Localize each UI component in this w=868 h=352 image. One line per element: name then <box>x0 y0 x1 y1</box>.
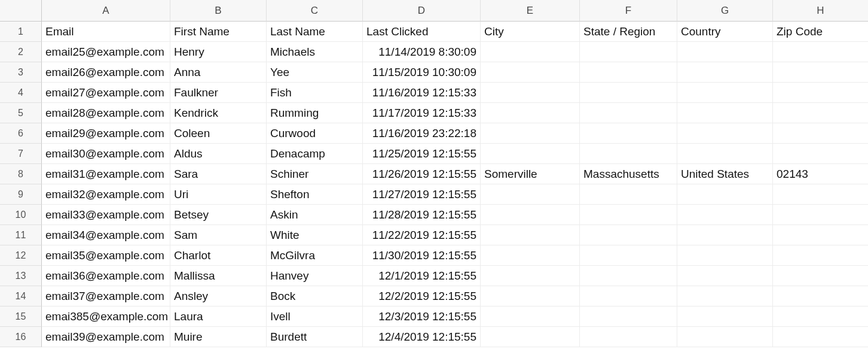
cell-C3[interactable]: Yee <box>267 62 363 83</box>
cell-C5[interactable]: Rumming <box>267 103 363 123</box>
cell-C10[interactable]: Askin <box>267 205 363 225</box>
cell-F1[interactable]: State / Region <box>580 22 677 42</box>
cell-G15[interactable] <box>677 307 773 327</box>
cell-A9[interactable]: email32@example.com <box>42 184 170 205</box>
cell-G11[interactable] <box>677 225 773 245</box>
cell-H11[interactable] <box>773 225 868 245</box>
cell-A14[interactable]: email37@example.com <box>42 286 170 307</box>
cell-B12[interactable]: Charlot <box>170 245 267 266</box>
cell-D1[interactable]: Last Clicked <box>363 22 481 42</box>
cell-F5[interactable] <box>580 103 677 123</box>
row-header-14[interactable]: 14 <box>0 286 42 307</box>
cell-E14[interactable] <box>481 286 580 307</box>
cell-G4[interactable] <box>677 83 773 103</box>
cell-E9[interactable] <box>481 184 580 205</box>
cell-F11[interactable] <box>580 225 677 245</box>
cell-A4[interactable]: email27@example.com <box>42 83 170 103</box>
cell-B9[interactable]: Uri <box>170 184 267 205</box>
cell-C8[interactable]: Schiner <box>267 164 363 184</box>
select-all-corner[interactable] <box>0 0 42 22</box>
cell-G12[interactable] <box>677 245 773 266</box>
cell-A8[interactable]: email31@example.com <box>42 164 170 184</box>
cell-E12[interactable] <box>481 245 580 266</box>
cell-E10[interactable] <box>481 205 580 225</box>
cell-C11[interactable]: White <box>267 225 363 245</box>
cell-H14[interactable] <box>773 286 868 307</box>
col-header-A[interactable]: A <box>42 0 170 22</box>
cell-E15[interactable] <box>481 307 580 327</box>
cell-E4[interactable] <box>481 83 580 103</box>
cell-H15[interactable] <box>773 307 868 327</box>
cell-H13[interactable] <box>773 266 868 286</box>
cell-B14[interactable]: Ansley <box>170 286 267 307</box>
cell-C2[interactable]: Michaels <box>267 42 363 62</box>
cell-D8[interactable]: 11/26/2019 12:15:55 <box>363 164 481 184</box>
cell-G13[interactable] <box>677 266 773 286</box>
cell-E3[interactable] <box>481 62 580 83</box>
cell-C6[interactable]: Curwood <box>267 123 363 144</box>
cell-H6[interactable] <box>773 123 868 144</box>
cell-C1[interactable]: Last Name <box>267 22 363 42</box>
cell-B6[interactable]: Coleen <box>170 123 267 144</box>
col-header-F[interactable]: F <box>580 0 677 22</box>
cell-D6[interactable]: 11/16/2019 23:22:18 <box>363 123 481 144</box>
cell-H2[interactable] <box>773 42 868 62</box>
cell-B2[interactable]: Henry <box>170 42 267 62</box>
row-header-4[interactable]: 4 <box>0 83 42 103</box>
cell-C16[interactable]: Burdett <box>267 327 363 347</box>
cell-D16[interactable]: 12/4/2019 12:15:55 <box>363 327 481 347</box>
row-header-1[interactable]: 1 <box>0 22 42 42</box>
cell-F12[interactable] <box>580 245 677 266</box>
cell-H16[interactable] <box>773 327 868 347</box>
cell-G5[interactable] <box>677 103 773 123</box>
cell-F10[interactable] <box>580 205 677 225</box>
cell-D15[interactable]: 12/3/2019 12:15:55 <box>363 307 481 327</box>
cell-D2[interactable]: 11/14/2019 8:30:09 <box>363 42 481 62</box>
cell-E11[interactable] <box>481 225 580 245</box>
cell-G16[interactable] <box>677 327 773 347</box>
cell-B11[interactable]: Sam <box>170 225 267 245</box>
row-header-11[interactable]: 11 <box>0 225 42 245</box>
cell-D7[interactable]: 11/25/2019 12:15:55 <box>363 144 481 164</box>
row-header-13[interactable]: 13 <box>0 266 42 286</box>
cell-D3[interactable]: 11/15/2019 10:30:09 <box>363 62 481 83</box>
cell-C7[interactable]: Denacamp <box>267 144 363 164</box>
row-header-2[interactable]: 2 <box>0 42 42 62</box>
cell-E13[interactable] <box>481 266 580 286</box>
cell-H3[interactable] <box>773 62 868 83</box>
cell-A5[interactable]: email28@example.com <box>42 103 170 123</box>
cell-A2[interactable]: email25@example.com <box>42 42 170 62</box>
row-header-8[interactable]: 8 <box>0 164 42 184</box>
cell-C15[interactable]: Ivell <box>267 307 363 327</box>
cell-H1[interactable]: Zip Code <box>773 22 868 42</box>
row-header-5[interactable]: 5 <box>0 103 42 123</box>
cell-H7[interactable] <box>773 144 868 164</box>
cell-E1[interactable]: City <box>481 22 580 42</box>
cell-A13[interactable]: email36@example.com <box>42 266 170 286</box>
cell-C14[interactable]: Bock <box>267 286 363 307</box>
cell-C13[interactable]: Hanvey <box>267 266 363 286</box>
cell-G3[interactable] <box>677 62 773 83</box>
cell-A16[interactable]: email39@example.com <box>42 327 170 347</box>
cell-B4[interactable]: Faulkner <box>170 83 267 103</box>
col-header-H[interactable]: H <box>773 0 868 22</box>
row-header-6[interactable]: 6 <box>0 123 42 144</box>
cell-G9[interactable] <box>677 184 773 205</box>
col-header-G[interactable]: G <box>677 0 773 22</box>
cell-H5[interactable] <box>773 103 868 123</box>
cell-A15[interactable]: emai385@example.com <box>42 307 170 327</box>
cell-E2[interactable] <box>481 42 580 62</box>
cell-H10[interactable] <box>773 205 868 225</box>
cell-D12[interactable]: 11/30/2019 12:15:55 <box>363 245 481 266</box>
col-header-C[interactable]: C <box>267 0 363 22</box>
cell-B13[interactable]: Mallissa <box>170 266 267 286</box>
cell-A6[interactable]: email29@example.com <box>42 123 170 144</box>
cell-F14[interactable] <box>580 286 677 307</box>
cell-D13[interactable]: 12/1/2019 12:15:55 <box>363 266 481 286</box>
cell-A3[interactable]: email26@example.com <box>42 62 170 83</box>
row-header-16[interactable]: 16 <box>0 327 42 347</box>
cell-E7[interactable] <box>481 144 580 164</box>
cell-D4[interactable]: 11/16/2019 12:15:33 <box>363 83 481 103</box>
cell-C4[interactable]: Fish <box>267 83 363 103</box>
row-header-3[interactable]: 3 <box>0 62 42 83</box>
